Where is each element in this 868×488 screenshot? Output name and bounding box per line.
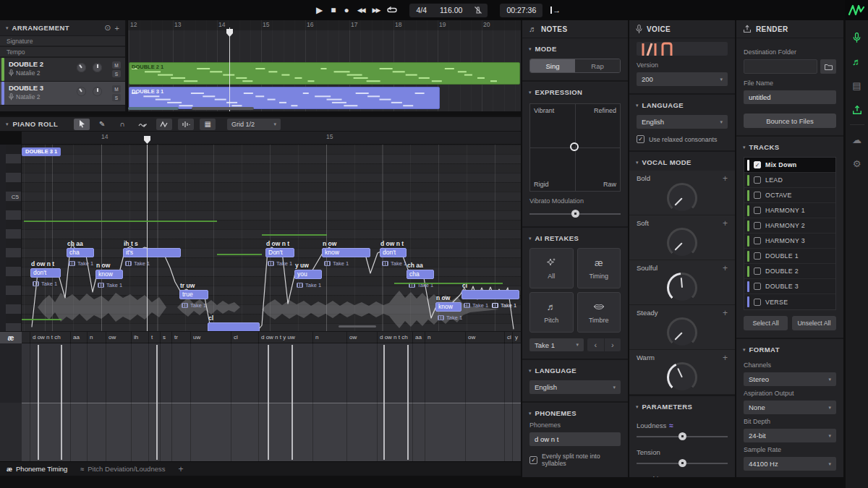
relaxed-consonants-checkbox-row[interactable]: ✓ Use relaxed consonants bbox=[629, 129, 735, 143]
clip-double-3-1[interactable]: DOUBLE 3 1 bbox=[129, 87, 440, 109]
take-chip[interactable]: Take 1 bbox=[268, 260, 292, 267]
note[interactable]: Don't bbox=[265, 248, 294, 257]
take-chip[interactable]: Take 1 bbox=[125, 260, 150, 267]
tempo-display[interactable]: 4/4 116.00 bbox=[409, 4, 488, 17]
render-track-row[interactable]: HARMONY 3 bbox=[744, 234, 835, 249]
phonemes-input[interactable]: d ow n t bbox=[529, 432, 621, 446]
timeline-ruler[interactable]: 121314151617181920 bbox=[128, 20, 521, 30]
mute-button[interactable]: M bbox=[112, 85, 121, 93]
phoneme-label[interactable]: d ow n t ch bbox=[380, 334, 408, 341]
render-track-row[interactable]: HARMONY 1 bbox=[744, 203, 835, 218]
format-bit-depth-select[interactable]: 24-bit▾ bbox=[744, 429, 836, 442]
render-track-row[interactable]: HARMONY 2 bbox=[744, 218, 835, 234]
bounce-to-files-button[interactable]: Bounce to Files bbox=[744, 114, 836, 128]
take-chip[interactable]: Take 1 bbox=[382, 260, 407, 267]
render-track-row[interactable]: VERSE bbox=[744, 294, 835, 309]
vibrato-modulation-slider[interactable] bbox=[529, 209, 621, 219]
note[interactable]: know bbox=[95, 270, 123, 279]
browse-folder-button[interactable] bbox=[820, 59, 836, 74]
phoneme-label[interactable]: d ow n t y uw bbox=[261, 334, 295, 341]
mode-sing-button[interactable]: Sing bbox=[530, 59, 575, 72]
library-rail-icon[interactable]: ▤ bbox=[846, 74, 868, 98]
note[interactable]: you bbox=[294, 270, 322, 279]
loop-icon[interactable] bbox=[387, 5, 397, 15]
take-chip[interactable]: Take 1 bbox=[438, 314, 462, 321]
settings-gear-icon[interactable]: ⚙ bbox=[846, 152, 868, 176]
phoneme-label[interactable]: ow bbox=[468, 334, 475, 341]
phoneme-label[interactable]: aa bbox=[73, 334, 80, 341]
format-aspiration-output-select[interactable]: None▾ bbox=[744, 401, 836, 414]
chevron-down-icon[interactable]: ▾ bbox=[6, 121, 9, 127]
note[interactable]: don't bbox=[30, 268, 61, 278]
phoneme-label[interactable]: s bbox=[163, 334, 166, 341]
timeline-scrollbar[interactable] bbox=[192, 107, 254, 110]
checkbox-unchecked[interactable] bbox=[754, 176, 761, 184]
chevron-down-icon[interactable]: ▾ bbox=[529, 368, 532, 374]
tension-slider[interactable] bbox=[637, 458, 728, 468]
play-button[interactable]: ▶ bbox=[316, 0, 323, 20]
take-select[interactable]: Take 1▾ bbox=[529, 338, 584, 351]
add-automation-button[interactable]: + bbox=[723, 308, 728, 318]
clip-tab-double-3-1[interactable]: DOUBLE 3 1 bbox=[22, 147, 61, 156]
timing-spike[interactable] bbox=[383, 345, 385, 460]
phoneme-label[interactable]: cl bbox=[507, 334, 511, 341]
tab-phoneme-timing[interactable]: æ Phoneme Timing bbox=[7, 465, 67, 473]
take-chip[interactable]: Take 1 bbox=[324, 260, 349, 267]
add-automation-button[interactable]: + bbox=[723, 353, 728, 363]
take-chip[interactable]: Take 1 bbox=[464, 302, 488, 309]
vocal-mode-knob[interactable] bbox=[667, 317, 697, 348]
timing-spike[interactable] bbox=[292, 345, 293, 460]
vocal-mode-knob[interactable] bbox=[667, 183, 697, 213]
render-rail-icon[interactable] bbox=[846, 98, 868, 121]
arrangement-timeline[interactable]: 121314151617181920 DOUBLE 2 1 DOUBLE 3 1 bbox=[128, 20, 521, 111]
pan-knob[interactable] bbox=[93, 63, 102, 72]
checkbox-checked[interactable]: ✓ bbox=[637, 135, 644, 143]
checkbox-unchecked[interactable] bbox=[754, 299, 761, 306]
format-channels-select[interactable]: Stereo▾ bbox=[744, 372, 836, 386]
checkbox-unchecked[interactable] bbox=[754, 267, 761, 275]
version-select[interactable]: 200▾ bbox=[637, 72, 728, 86]
unselect-all-button[interactable]: Unselect All bbox=[792, 316, 836, 330]
add-automation-button[interactable]: + bbox=[723, 174, 728, 184]
chevron-down-icon[interactable]: ▾ bbox=[743, 145, 746, 150]
chevron-down-icon[interactable]: ▾ bbox=[6, 25, 9, 31]
timing-spike[interactable] bbox=[407, 345, 409, 460]
chevron-down-icon[interactable]: ▾ bbox=[529, 90, 532, 95]
time-signature[interactable]: 4/4 bbox=[409, 6, 433, 14]
take-chip[interactable]: Take 1 bbox=[182, 302, 206, 309]
take-chip[interactable]: Take 1 bbox=[297, 282, 321, 288]
arrangement-track-row[interactable]: DOUBLE 2Natalie 2MS bbox=[0, 58, 125, 82]
vocal-mode-knob[interactable] bbox=[667, 362, 697, 393]
note[interactable]: it's bbox=[123, 248, 181, 257]
take-prev-button[interactable]: ‹ bbox=[587, 338, 605, 351]
piano-roll-ruler[interactable]: 14 15 bbox=[22, 132, 521, 145]
grid-select[interactable]: Grid 1/2▾ bbox=[227, 119, 281, 130]
select-tool[interactable] bbox=[74, 119, 90, 130]
checkbox-unchecked[interactable] bbox=[754, 207, 761, 214]
chevron-down-icon[interactable]: ▾ bbox=[743, 347, 746, 353]
file-name-input[interactable]: untitled bbox=[744, 90, 836, 104]
record-button[interactable]: ● bbox=[344, 0, 349, 20]
chevron-down-icon[interactable]: ▾ bbox=[529, 236, 532, 241]
voice-language-select[interactable]: English▾ bbox=[637, 115, 728, 129]
loop-settings-icon[interactable]: ⊙ bbox=[104, 23, 111, 33]
retake-timing-button[interactable]: æ Timing bbox=[577, 248, 621, 288]
phoneme-label[interactable]: cl bbox=[234, 334, 238, 341]
notes-rail-icon[interactable]: ♬ bbox=[846, 50, 868, 74]
chevron-down-icon[interactable]: ▾ bbox=[529, 411, 532, 416]
solo-button[interactable]: S bbox=[112, 94, 121, 101]
loudness-slider[interactable] bbox=[637, 432, 728, 442]
phoneme-label[interactable]: uw bbox=[193, 334, 200, 341]
chevron-down-icon[interactable]: ▾ bbox=[636, 160, 639, 166]
forward-button[interactable]: ▶▶ bbox=[373, 0, 380, 20]
add-automation-button[interactable]: + bbox=[723, 218, 728, 228]
timing-spike[interactable] bbox=[61, 345, 62, 460]
destination-folder-input[interactable] bbox=[744, 59, 817, 74]
select-all-button[interactable]: Select All bbox=[744, 316, 788, 330]
slider-handle[interactable] bbox=[678, 459, 686, 467]
clip-double-2-1[interactable]: DOUBLE 2 1 bbox=[129, 62, 520, 85]
mini-scrollbar[interactable] bbox=[339, 325, 376, 328]
note[interactable]: true bbox=[179, 290, 208, 299]
render-track-row[interactable]: DOUBLE 2 bbox=[744, 264, 835, 279]
pan-knob[interactable] bbox=[93, 87, 102, 96]
